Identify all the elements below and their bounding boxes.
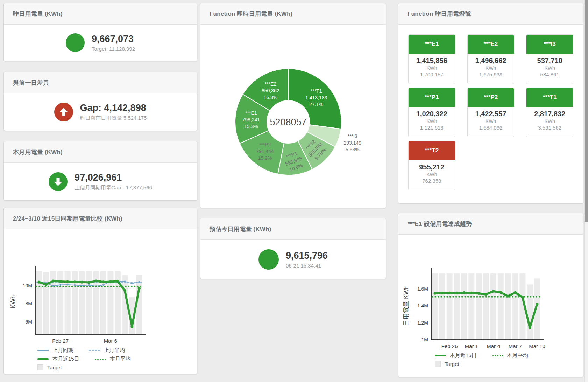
series-point <box>455 292 458 294</box>
card-yesterday-usage: 昨日用電量 (KWh) 9,667,073 Target: 11,128,992 <box>3 3 197 61</box>
target-bar <box>432 273 438 340</box>
tile-value: 1,415,856 <box>409 57 455 65</box>
target-bar <box>447 273 453 340</box>
card-e1-trend-chart: ***E1 設備用電達成趨勢 1M1.2M1.4M1.6MFeb 26Mar 1… <box>398 213 583 377</box>
arrow-up-icon <box>54 103 73 121</box>
tile-status-header: ***P1 <box>409 88 455 107</box>
card-month-usage: 本月用電量 (KWh) 97,026,961 上個月同期用電Gap: -17,3… <box>3 141 197 201</box>
y-axis-label: 日用電量 KWh <box>403 285 410 326</box>
series-point <box>45 283 48 286</box>
light-tile: ***P11,020,322KWh1,121,613 <box>408 88 455 137</box>
target-bar <box>505 273 511 340</box>
series-point <box>138 287 141 290</box>
card-title: 2/24~3/10 近15日同期用電量比較 (KWh) <box>13 215 122 223</box>
tile-unit: KWh <box>409 118 455 124</box>
tile-target: 1,700,157 <box>409 71 455 77</box>
y-axis-tick: 10M <box>23 283 32 289</box>
series-point <box>88 284 90 286</box>
series-point <box>88 281 91 284</box>
tile-target: 762,358 <box>409 178 455 184</box>
legend-item[interactable]: 本月平均 <box>95 356 131 362</box>
series-point <box>102 280 105 283</box>
card-title: 預估今日用電量 (KWh) <box>210 225 271 233</box>
series-point <box>73 280 76 283</box>
legend-swatch-line <box>37 350 49 351</box>
legend-row: 上月同期上月平均 <box>37 347 197 354</box>
series-point <box>59 280 62 283</box>
card-header: 與前一日差異 <box>4 72 197 93</box>
legend-item[interactable]: 上月同期 <box>37 347 73 354</box>
card-header: 2/24~3/10 近15日同期用電量比較 (KWh) <box>4 208 197 229</box>
tile-unit: KWh <box>409 172 455 177</box>
legend-item[interactable]: Target <box>435 361 459 367</box>
light-tile: ***T12,817,832KWh3,591,562 <box>526 88 573 137</box>
card-title: 昨日用電量 (KWh) <box>13 10 63 18</box>
stat-text: Gap: 4,142,898 昨日與前日用電量 5,524,175 <box>80 103 147 121</box>
target-bar <box>468 273 474 340</box>
tile-status-header: ***T2 <box>409 141 455 160</box>
series-point <box>52 280 55 283</box>
x-axis-tick: Mar 4 <box>487 343 500 349</box>
card-header: 預估今日用電量 (KWh) <box>200 218 386 240</box>
series-point <box>477 292 480 295</box>
target-bar <box>512 273 518 340</box>
legend-item[interactable]: 上月平均 <box>89 347 125 354</box>
legend-item[interactable]: Target <box>37 364 62 370</box>
stat-subtitle: 06-21 15:34:41 <box>286 263 328 269</box>
tile-target: 1,121,613 <box>409 125 455 131</box>
series-point <box>441 292 444 294</box>
series-point <box>492 290 495 293</box>
stat-body: 9,667,073 Target: 11,128,992 <box>4 25 197 61</box>
series-point <box>433 292 436 295</box>
y-axis-label: KWh <box>9 295 16 308</box>
target-bar <box>527 284 533 340</box>
light-tile: ***I3537,710KWh584,861 <box>526 34 573 84</box>
tile-value: 537,710 <box>526 57 573 65</box>
legend-swatch-dashed <box>89 350 100 351</box>
trend-chart: 1M1.2M1.4M1.6MFeb 26Mar 1Mar 4Mar 7Mar 1… <box>398 235 582 352</box>
status-circle-icon <box>66 33 85 52</box>
series-point <box>66 280 69 283</box>
stat-subtitle: 上個月同期用電Gap: -17,377,566 <box>75 185 152 191</box>
legend-swatch-thick <box>435 355 446 356</box>
x-axis-tick: Mar 1 <box>465 343 478 349</box>
tile-value: 2,817,832 <box>526 110 573 118</box>
legend-row: Target <box>435 361 583 367</box>
legend-item[interactable]: 本月平均 <box>492 352 528 359</box>
series-point <box>37 281 40 284</box>
legend-label: Target <box>445 361 459 367</box>
legend-label: Target <box>47 364 62 370</box>
card-function-donut: Function 即時日用電量 (KWh) ***T11,413,18327.1… <box>200 3 386 208</box>
legend-label: 上月平均 <box>104 347 125 354</box>
tile-value: 955,212 <box>409 163 455 171</box>
legend-swatch-thick <box>37 358 49 360</box>
legend-item[interactable]: 本月近15日 <box>37 356 79 362</box>
light-tile: ***T2955,212KWh762,358 <box>408 141 455 190</box>
card-title: 本月用電量 (KWh) <box>13 148 63 156</box>
series-point <box>67 284 69 285</box>
card-title: 與前一日差異 <box>13 79 49 87</box>
x-axis-tick: Mar 6 <box>104 338 117 344</box>
card-title: ***E1 設備用電達成趨勢 <box>408 220 472 228</box>
scrollbar-thumb[interactable] <box>585 0 588 222</box>
tile-unit: KWh <box>409 65 455 71</box>
target-bar <box>439 273 445 340</box>
x-axis-tick: Feb 27 <box>52 338 69 344</box>
stat-value: 97,026,961 <box>75 172 152 183</box>
legend-label: 本月近15日 <box>450 352 477 359</box>
status-circle-icon <box>258 249 279 270</box>
scrollbar[interactable] <box>584 0 588 382</box>
series-point <box>470 292 473 294</box>
target-bar <box>490 273 496 340</box>
series-point <box>448 292 451 294</box>
donut-slice-label: ***I3293,1495.63% <box>343 133 361 152</box>
donut-chart: ***T11,413,18327.1%***I3293,1495.63%***T… <box>200 25 385 208</box>
tile-target: 1,675,939 <box>468 71 514 77</box>
legend-item[interactable]: 本月近15日 <box>435 352 477 359</box>
tile-unit: KWh <box>468 65 514 71</box>
tile-unit: KWh <box>526 118 573 124</box>
card-header: 本月用電量 (KWh) <box>4 141 197 163</box>
card-header: Function 昨日用電燈號 <box>398 3 583 25</box>
legend-label: 本月平均 <box>110 356 131 362</box>
target-bar <box>498 273 504 340</box>
